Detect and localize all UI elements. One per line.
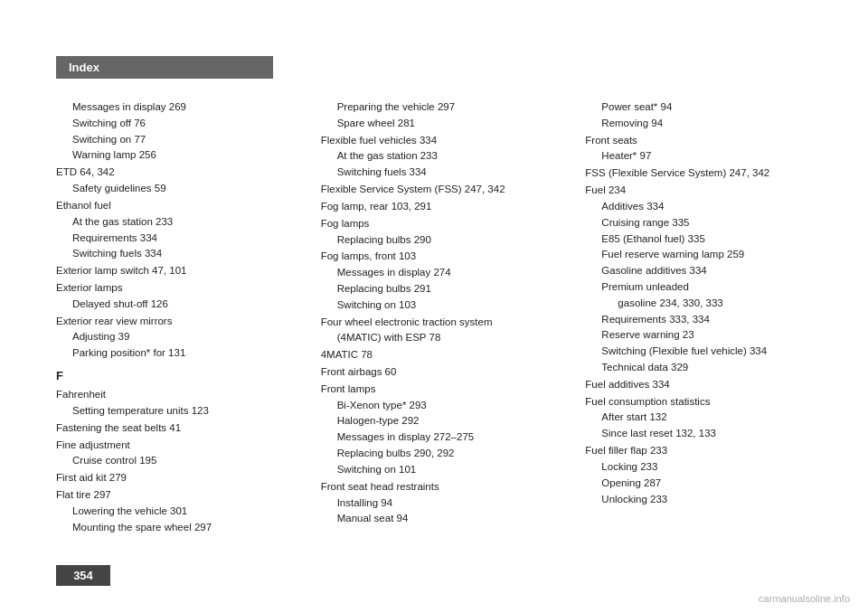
index-column-col1: Messages in display 269Switching off 76S… (56, 99, 321, 559)
watermark: carmanualsoline.info (759, 593, 850, 604)
index-entry: Premium unleaded (585, 279, 841, 296)
index-entry: Front seat head restraints (321, 479, 577, 495)
index-entry: Unlocking 233 (585, 492, 841, 508)
index-entry: Locking 233 (585, 459, 841, 476)
index-entry: Messages in display 274 (321, 265, 577, 281)
index-header: Index (56, 56, 273, 79)
index-column-col3: Power seat* 94Removing 94Front seatsHeat… (585, 99, 850, 559)
index-entry: Messages in display 272–275 (321, 429, 577, 446)
index-entry: Flexible fuel vehicles 334 (321, 133, 577, 149)
index-entry: Ethanol fuel (56, 198, 312, 214)
index-entry: Removing 94 (585, 116, 841, 132)
index-entry: Delayed shut-off 126 (56, 297, 312, 313)
index-entry: Cruising range 335 (585, 215, 841, 231)
index-title: Index (69, 61, 99, 74)
page-number: 354 (73, 569, 93, 582)
index-entry: Fine adjustment (56, 438, 312, 454)
index-entry: Exterior rear view mirrors (56, 314, 312, 330)
index-entry: Lowering the vehicle 301 (56, 504, 312, 520)
index-entry: Technical data 329 (585, 360, 841, 376)
index-entry: Warning lamp 256 (56, 147, 312, 164)
index-entry: gasoline 234, 330, 333 (585, 296, 841, 312)
index-entry: Adjusting 39 (56, 329, 312, 345)
index-entry: At the gas station 233 (321, 148, 577, 165)
index-entry: Fuel 234 (585, 183, 841, 199)
index-entry: 4MATIC 78 (321, 347, 577, 363)
index-entry: Reserve warning 23 (585, 327, 841, 344)
index-entry: Replacing bulbs 291 (321, 281, 577, 297)
index-entry: Switching on 101 (321, 462, 577, 478)
content-area: Messages in display 269Switching off 76S… (56, 99, 850, 559)
index-entry: Replacing bulbs 290, 292 (321, 446, 577, 462)
index-entry: Cruise control 195 (56, 453, 312, 469)
index-entry: Fog lamps, front 103 (321, 249, 577, 265)
page: Index Messages in display 269Switching o… (0, 0, 868, 613)
index-entry: Bi-Xenon type* 293 (321, 398, 577, 414)
index-entry: Front lamps (321, 382, 577, 398)
index-entry: Fog lamps (321, 216, 577, 232)
index-entry: Front airbags 60 (321, 364, 577, 381)
index-entry: Heater* 97 (585, 148, 841, 165)
index-entry: E85 (Ethanol fuel) 335 (585, 231, 841, 248)
index-entry: Switching fuels 334 (321, 165, 577, 181)
index-entry: Front seats (585, 133, 841, 149)
index-entry: Switching (Flexible fuel vehicle) 334 (585, 344, 841, 360)
index-entry: Switching on 77 (56, 132, 312, 148)
index-entry: At the gas station 233 (56, 214, 312, 231)
index-entry: Fuel additives 334 (585, 377, 841, 393)
index-entry: Power seat* 94 (585, 99, 841, 116)
index-entry: Fuel consumption statistics (585, 394, 841, 410)
index-entry: Spare wheel 281 (321, 116, 577, 132)
index-entry: Four wheel electronic traction system (321, 315, 577, 331)
index-entry: First aid kit 279 (56, 470, 312, 486)
index-entry: Parking position* for 131 (56, 345, 312, 362)
index-entry: Flat tire 297 (56, 487, 312, 504)
index-entry: Flexible Service System (FSS) 247, 342 (321, 182, 577, 198)
index-entry: Additives 334 (585, 199, 841, 215)
index-entry: Replacing bulbs 290 (321, 232, 577, 249)
index-entry: Fahrenheit (56, 387, 312, 403)
index-entry: Installing 94 (321, 495, 577, 512)
index-entry: F (56, 367, 312, 385)
index-entry: Preparing the vehicle 297 (321, 99, 577, 116)
index-entry: Safety guidelines 59 (56, 181, 312, 197)
index-entry: (4MATIC) with ESP 78 (321, 330, 577, 346)
index-entry: Opening 287 (585, 476, 841, 492)
index-entry: ETD 64, 342 (56, 165, 312, 181)
index-entry: Switching off 76 (56, 116, 312, 132)
index-entry: Gasoline additives 334 (585, 263, 841, 279)
index-entry: Messages in display 269 (56, 99, 312, 116)
index-entry: Fuel filler flap 233 (585, 443, 841, 459)
index-entry: Exterior lamps (56, 280, 312, 297)
index-entry: Setting temperature units 123 (56, 403, 312, 420)
index-column-col2: Preparing the vehicle 297Spare wheel 281… (321, 99, 586, 559)
index-entry: Halogen-type 292 (321, 413, 577, 429)
index-entry: Manual seat 94 (321, 511, 577, 527)
index-entry: Switching on 103 (321, 297, 577, 314)
index-entry: Exterior lamp switch 47, 101 (56, 263, 312, 279)
index-entry: FSS (Flexible Service System) 247, 342 (585, 165, 841, 182)
index-entry: Fog lamp, rear 103, 291 (321, 199, 577, 215)
index-entry: Requirements 333, 334 (585, 312, 841, 328)
index-entry: Since last reset 132, 133 (585, 426, 841, 442)
index-entry: Switching fuels 334 (56, 246, 312, 262)
index-entry: Fuel reserve warning lamp 259 (585, 247, 841, 263)
index-entry: After start 132 (585, 410, 841, 426)
index-entry: Requirements 334 (56, 231, 312, 247)
page-number-bar: 354 (56, 565, 110, 586)
index-entry: Fastening the seat belts 41 (56, 420, 312, 437)
index-entry: Mounting the spare wheel 297 (56, 520, 312, 536)
